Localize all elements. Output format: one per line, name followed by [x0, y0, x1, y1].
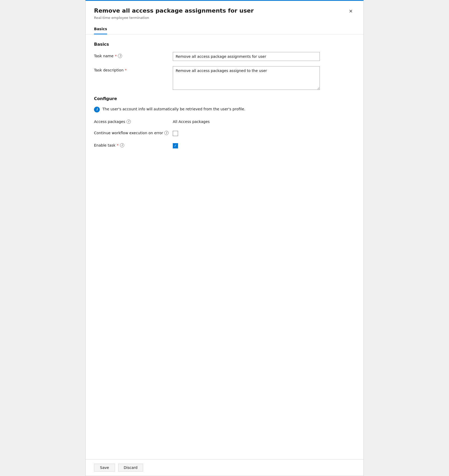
- dialog-footer: Save Discard: [86, 459, 363, 476]
- enable-task-row: Enable task * i ✓: [94, 141, 355, 148]
- dialog: Remove all access package assignments fo…: [85, 0, 364, 476]
- required-star-enable-task: *: [117, 143, 119, 147]
- enable-task-label: Enable task * i: [94, 141, 173, 147]
- task-name-row: Task name * i: [94, 52, 355, 61]
- configure-section: Configure i The user's account info will…: [94, 96, 355, 148]
- continue-workflow-checkbox-wrapper[interactable]: [173, 129, 178, 136]
- title-group: Remove all access package assignments fo…: [94, 7, 254, 20]
- close-button[interactable]: ✕: [347, 7, 355, 15]
- tab-bar: Basics: [86, 24, 363, 34]
- task-description-label: Task description *: [94, 66, 173, 72]
- info-banner: i The user's account info will automatic…: [94, 106, 355, 112]
- task-name-input[interactable]: [173, 52, 320, 61]
- required-star-task-name: *: [115, 54, 117, 58]
- dialog-body: Basics Task name * i Task description * …: [86, 34, 363, 459]
- enable-task-info-icon[interactable]: i: [120, 143, 124, 147]
- task-name-info-icon[interactable]: i: [118, 54, 122, 58]
- access-packages-row: Access packages i All Access packages: [94, 118, 355, 124]
- dialog-title: Remove all access package assignments fo…: [94, 7, 254, 15]
- task-name-label: Task name * i: [94, 52, 173, 58]
- required-star-task-desc: *: [125, 68, 127, 72]
- close-icon: ✕: [349, 9, 353, 14]
- basics-section-title: Basics: [94, 42, 355, 47]
- dialog-subtitle: Real-time employee termination: [94, 16, 254, 20]
- configure-section-title: Configure: [94, 96, 355, 101]
- info-circle-icon: i: [94, 107, 100, 112]
- task-description-row: Task description * Remove all access pac…: [94, 66, 355, 90]
- info-banner-text: The user's account info will automatical…: [102, 106, 245, 111]
- discard-button[interactable]: Discard: [118, 464, 143, 472]
- tab-basics[interactable]: Basics: [94, 24, 107, 34]
- save-button[interactable]: Save: [94, 464, 115, 472]
- access-packages-info-icon[interactable]: i: [127, 120, 131, 124]
- access-packages-label: Access packages i: [94, 118, 173, 124]
- enable-task-checkbox[interactable]: ✓: [173, 143, 178, 148]
- access-packages-value: All Access packages: [173, 118, 210, 124]
- enable-task-checkbox-wrapper[interactable]: ✓: [173, 141, 178, 148]
- checkmark-icon: ✓: [174, 144, 177, 147]
- continue-workflow-info-icon[interactable]: i: [164, 131, 169, 135]
- continue-workflow-checkbox[interactable]: [173, 131, 178, 136]
- task-description-input[interactable]: Remove all access packages assigned to t…: [173, 66, 320, 90]
- continue-workflow-row: Continue workflow execution on error i: [94, 129, 355, 136]
- continue-workflow-label: Continue workflow execution on error i: [94, 129, 173, 135]
- dialog-header: Remove all access package assignments fo…: [86, 1, 363, 24]
